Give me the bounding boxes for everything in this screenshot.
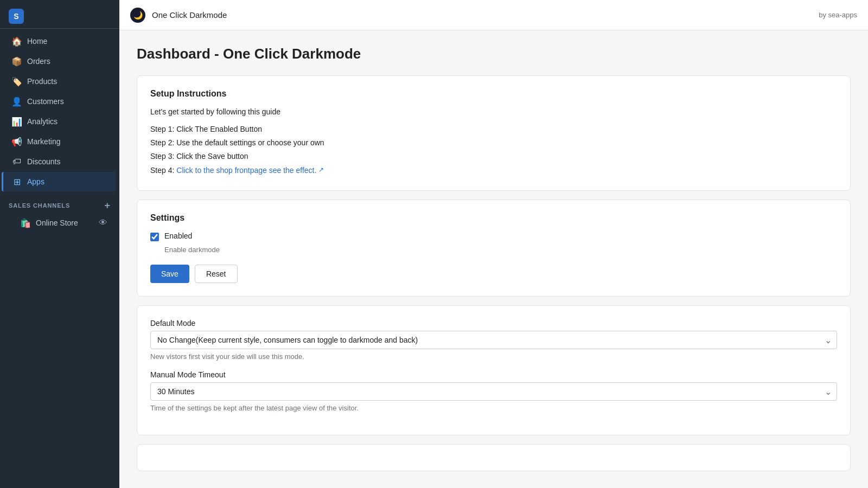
sidebar-item-label-marketing: Marketing <box>27 137 60 146</box>
settings-card-title: Settings <box>150 213 837 223</box>
online-store-label: Online Store <box>36 219 78 227</box>
setup-step-4-link[interactable]: Click to the shop frontpage see the effe… <box>176 164 324 177</box>
setup-intro: Let's get started by following this guid… <box>150 107 837 116</box>
sidebar-item-label-products: Products <box>27 77 57 86</box>
sidebar-logo: S <box>0 0 119 29</box>
default-mode-hint: New vistors first visit your side will u… <box>150 352 837 361</box>
sidebar-item-orders[interactable]: 📦 Orders <box>3 52 116 71</box>
save-button[interactable]: Save <box>150 265 189 283</box>
sidebar-item-label-customers: Customers <box>27 97 64 106</box>
page-title: Dashboard - One Click Darkmode <box>137 46 851 62</box>
setup-step-3: Step 3: Click the Save button <box>150 150 837 163</box>
setup-step-4: Step 4: Click to the shop frontpage see … <box>150 164 837 177</box>
sales-channels-section: SALES CHANNELS + <box>0 192 119 213</box>
discounts-icon: 🏷 <box>12 157 22 166</box>
timeout-select-wrapper: 30 Minutes15 Minutes1 Hour2 HoursNever ⌄ <box>150 382 837 401</box>
settings-card: Settings Enabled Enable darkmode Save Re… <box>137 200 851 297</box>
home-icon: 🏠 <box>12 36 22 46</box>
marketing-icon: 📢 <box>12 137 22 146</box>
partial-card <box>137 444 851 471</box>
setup-step-4-link-text: Click to the shop frontpage see the effe… <box>176 164 316 177</box>
sidebar: S 🏠 Home 📦 Orders 🏷️ Products 👤 Customer… <box>0 0 119 488</box>
enabled-sublabel: Enable darkmode <box>164 246 837 254</box>
topbar-title: One Click Darkmode <box>152 10 227 20</box>
setup-instructions-card: Setup Instructions Let's get started by … <box>137 75 851 191</box>
sidebar-item-online-store[interactable]: 🛍️ Online Store 👁 <box>3 213 116 233</box>
external-link-icon: ↗ <box>318 164 324 176</box>
sidebar-logo-icon: S <box>9 9 24 24</box>
analytics-icon: 📊 <box>12 117 22 126</box>
sidebar-item-label-orders: Orders <box>27 57 50 66</box>
setup-card-title: Setup Instructions <box>150 89 837 99</box>
sidebar-item-marketing[interactable]: 📢 Marketing <box>3 132 116 151</box>
timeout-select[interactable]: 30 Minutes15 Minutes1 Hour2 HoursNever <box>150 382 837 401</box>
sidebar-item-home[interactable]: 🏠 Home <box>3 31 116 51</box>
timeout-field-group: Manual Mode Timeout 30 Minutes15 Minutes… <box>150 370 837 412</box>
orders-icon: 📦 <box>12 56 22 66</box>
sidebar-item-products[interactable]: 🏷️ Products <box>3 72 116 91</box>
default-mode-label: Default Mode <box>150 319 837 328</box>
settings-button-row: Save Reset <box>150 265 837 283</box>
apps-icon: ⊞ <box>12 177 22 187</box>
default-mode-select[interactable]: No Change(Keep current style, consumers … <box>150 331 837 349</box>
setup-step-2: Step 2: Use the default settings or choo… <box>150 136 837 150</box>
sidebar-item-apps[interactable]: ⊞ Apps <box>2 172 116 191</box>
sidebar-item-label-home: Home <box>27 37 47 46</box>
sidebar-item-discounts[interactable]: 🏷 Discounts <box>3 152 116 171</box>
add-sales-channel-icon[interactable]: + <box>105 201 111 210</box>
sidebar-item-label-analytics: Analytics <box>27 117 58 126</box>
default-mode-field-group: Default Mode No Change(Keep current styl… <box>150 319 837 361</box>
topbar-byline: by sea-apps <box>819 11 857 19</box>
sidebar-nav: 🏠 Home 📦 Orders 🏷️ Products 👤 Customers … <box>0 31 119 192</box>
customers-icon: 👤 <box>12 97 22 106</box>
topbar: 🌙 One Click Darkmode by sea-apps <box>119 0 868 30</box>
topbar-app-icon: 🌙 <box>130 8 145 23</box>
reset-button[interactable]: Reset <box>195 265 238 283</box>
main-panel: 🌙 One Click Darkmode by sea-apps Dashboa… <box>119 0 868 488</box>
products-icon: 🏷️ <box>12 76 22 86</box>
sidebar-item-label-apps: Apps <box>27 177 44 186</box>
enabled-checkbox-row: Enabled <box>150 232 837 241</box>
timeout-hint: Time of the settings be kept after the l… <box>150 404 837 412</box>
content-area: Dashboard - One Click Darkmode Setup Ins… <box>119 30 868 488</box>
sales-channels-label: SALES CHANNELS <box>9 202 70 209</box>
online-store-visibility-icon[interactable]: 👁 <box>99 218 107 228</box>
sidebar-item-label-discounts: Discounts <box>27 157 60 166</box>
enabled-label: Enabled <box>164 232 192 240</box>
sidebar-item-analytics[interactable]: 📊 Analytics <box>3 112 116 131</box>
default-mode-card: Default Mode No Change(Keep current styl… <box>137 305 851 435</box>
sidebar-item-customers[interactable]: 👤 Customers <box>3 92 116 111</box>
timeout-label: Manual Mode Timeout <box>150 370 837 379</box>
enabled-checkbox[interactable] <box>150 233 159 241</box>
default-mode-select-wrapper: No Change(Keep current style, consumers … <box>150 331 837 349</box>
setup-step-1: Step 1: Click The Enabled Button <box>150 123 837 136</box>
online-store-icon: 🛍️ <box>21 218 30 228</box>
